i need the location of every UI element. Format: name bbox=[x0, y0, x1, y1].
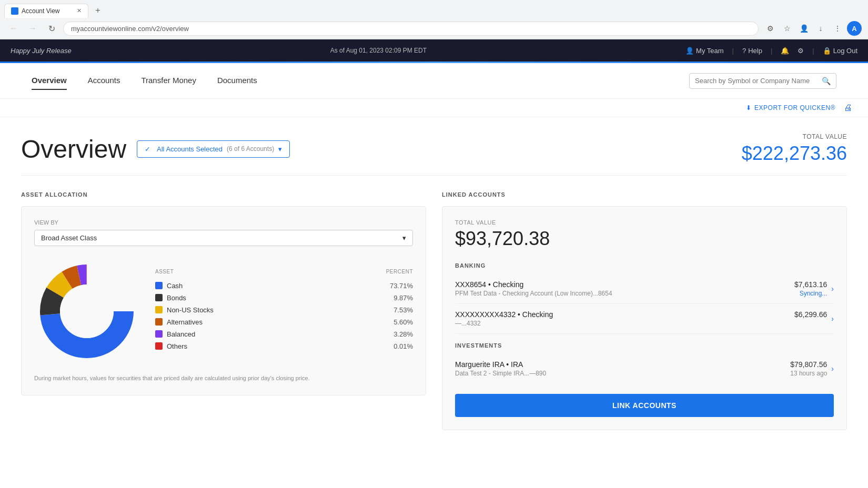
banking-section-label: BANKING bbox=[455, 262, 834, 269]
chevron-right-icon-4332: › bbox=[831, 314, 834, 323]
app-header-nav: 👤 My Team | ? Help | 🔔 ⚙ | 🔒 Log Out bbox=[685, 47, 857, 55]
my-team-link[interactable]: 👤 My Team bbox=[685, 47, 724, 55]
account-value-8654: $7,613.16 bbox=[794, 280, 827, 289]
account-row-checking-4332[interactable]: XXXXXXXXX4332 • Checking —...4332 $6,299… bbox=[455, 304, 834, 334]
divider-1: | bbox=[732, 47, 734, 55]
logout-link[interactable]: 🔒 Log Out bbox=[823, 47, 857, 55]
legend-item-non-us-stocks: Non-US Stocks 7.53% bbox=[155, 306, 413, 314]
accounts-selector-sub: (6 of 6 Accounts) bbox=[227, 145, 274, 152]
cash-percent: 73.71% bbox=[390, 282, 413, 290]
toolbar-icons: ⚙ ☆ 👤 ↓ ⋮ A bbox=[763, 21, 862, 36]
tab-favicon bbox=[11, 7, 18, 15]
account-row-checking-8654[interactable]: XXX8654 • Checking PFM Test Data - Check… bbox=[455, 274, 834, 304]
tab-close-button[interactable]: ✕ bbox=[77, 7, 82, 14]
reload-button[interactable]: ↻ bbox=[44, 21, 59, 36]
new-tab-button[interactable]: + bbox=[90, 3, 105, 18]
main-two-col: ASSET ALLOCATION VIEW BY Broad Asset Cla… bbox=[21, 191, 847, 430]
chevron-down-icon: ▾ bbox=[278, 145, 282, 153]
accounts-selector-label: All Accounts Selected bbox=[157, 145, 223, 153]
account-info-8654: XXX8654 • Checking PFM Test Data - Check… bbox=[455, 280, 794, 297]
url-bar[interactable]: myaccountviewonline.com/v2/overview bbox=[63, 22, 759, 36]
linked-accounts-section: LINKED ACCOUNTS TOTAL VALUE $93,720.38 B… bbox=[442, 191, 847, 430]
alternatives-label: Alternatives bbox=[167, 318, 203, 326]
balanced-label: Balanced bbox=[167, 330, 195, 338]
asset-allocation-heading: ASSET ALLOCATION bbox=[21, 191, 426, 198]
nav-transfer-money[interactable]: Transfer Money bbox=[141, 72, 196, 90]
cash-dot bbox=[155, 282, 163, 289]
extensions-icon[interactable]: ⚙ bbox=[763, 21, 778, 36]
export-bar: ⬇ Export for Quicken® 🖨 bbox=[0, 99, 868, 117]
menu-icon[interactable]: ⋮ bbox=[830, 21, 845, 36]
legend-item-cash: Cash 73.71% bbox=[155, 282, 413, 290]
bonds-percent: 9.87% bbox=[393, 294, 413, 302]
account-right-4332: $6,299.66 bbox=[794, 310, 827, 320]
balanced-percent: 3.28% bbox=[393, 330, 413, 338]
notification-icon[interactable]: 🔔 bbox=[781, 47, 789, 55]
non-us-stocks-percent: 7.53% bbox=[393, 306, 413, 314]
linked-total-value: $93,720.38 bbox=[455, 228, 834, 250]
search-input[interactable] bbox=[695, 77, 819, 85]
chevron-right-icon-ira: › bbox=[831, 364, 834, 373]
balanced-dot bbox=[155, 330, 163, 338]
account-status-8654: Syncing... bbox=[800, 290, 827, 297]
view-by-select[interactable]: Broad Asset Class ▾ bbox=[34, 230, 413, 246]
bookmark-icon[interactable]: ☆ bbox=[780, 21, 794, 36]
view-by-value: Broad Asset Class bbox=[41, 234, 97, 242]
account-name-8654: XXX8654 • Checking bbox=[455, 280, 794, 289]
back-button[interactable]: ← bbox=[6, 21, 21, 36]
chevron-down-icon: ▾ bbox=[402, 234, 406, 242]
my-team-icon: 👤 bbox=[685, 47, 694, 55]
timestamp-label: As of Aug 01, 2023 02:09 PM EDT bbox=[330, 47, 427, 54]
total-value-amount: $222,273.36 bbox=[742, 143, 847, 165]
downloads-icon[interactable]: ↓ bbox=[813, 21, 828, 36]
chart-legend: ASSET PERCENT Cash 73.71% bbox=[155, 269, 413, 354]
nav-links: Overview Accounts Transfer Money Documen… bbox=[32, 72, 257, 90]
chart-note: During market hours, values for securiti… bbox=[34, 374, 413, 382]
export-quicken-button[interactable]: ⬇ Export for Quicken® bbox=[746, 104, 835, 111]
account-row-ira[interactable]: Marguerite IRA • IRA Data Test 2 - Simpl… bbox=[455, 354, 834, 383]
link-accounts-button[interactable]: LINK ACCOUNTS bbox=[455, 394, 834, 417]
chart-legend-container: ASSET PERCENT Cash 73.71% bbox=[34, 259, 413, 364]
nav-accounts[interactable]: Accounts bbox=[88, 72, 120, 90]
cash-label: Cash bbox=[167, 282, 183, 290]
alternatives-percent: 5.60% bbox=[393, 318, 413, 326]
legend-item-bonds: Bonds 9.87% bbox=[155, 294, 413, 302]
account-value-ira: $79,807.56 bbox=[790, 360, 827, 369]
print-button[interactable]: 🖨 bbox=[844, 103, 852, 113]
legend-item-balanced: Balanced 3.28% bbox=[155, 330, 413, 338]
account-right-ira: $79,807.56 13 hours ago bbox=[790, 360, 827, 377]
non-us-stocks-label: Non-US Stocks bbox=[167, 306, 214, 314]
asset-allocation-card: VIEW BY Broad Asset Class ▾ bbox=[21, 206, 426, 395]
help-link[interactable]: ? Help bbox=[742, 47, 762, 55]
forward-button[interactable]: → bbox=[25, 21, 40, 36]
bonds-dot bbox=[155, 294, 163, 301]
download-icon: ⬇ bbox=[746, 104, 752, 111]
account-name-ira: Marguerite IRA • IRA bbox=[455, 360, 790, 369]
account-value-4332: $6,299.66 bbox=[794, 310, 827, 319]
nav-documents[interactable]: Documents bbox=[217, 72, 257, 90]
accounts-selector-dropdown[interactable]: ✓ All Accounts Selected (6 of 6 Accounts… bbox=[137, 140, 290, 158]
legend-header: ASSET PERCENT bbox=[155, 269, 413, 277]
non-us-stocks-dot bbox=[155, 306, 163, 313]
settings-icon[interactable]: ⚙ bbox=[798, 47, 804, 55]
account-name-4332: XXXXXXXXX4332 • Checking bbox=[455, 310, 794, 319]
user-profile-button[interactable]: A bbox=[847, 21, 862, 36]
chevron-right-icon-8654: › bbox=[831, 284, 834, 293]
overview-left: Overview ✓ All Accounts Selected (6 of 6… bbox=[21, 135, 290, 164]
tab-title: Account View bbox=[22, 7, 60, 15]
logout-icon: 🔒 bbox=[823, 47, 831, 55]
legend-asset-header: ASSET bbox=[155, 269, 174, 274]
account-sub-8654: PFM Test Data - Checking Account (Low In… bbox=[455, 290, 794, 297]
overview-right: TOTAL VALUE $222,273.36 bbox=[742, 133, 847, 165]
overview-header: Overview ✓ All Accounts Selected (6 of 6… bbox=[21, 133, 847, 165]
profile-icon[interactable]: 👤 bbox=[796, 21, 811, 36]
browser-tab[interactable]: Account View ✕ bbox=[4, 4, 88, 18]
legend-percent-header: PERCENT bbox=[386, 269, 413, 274]
app-header: Happy July Release As of Aug 01, 2023 02… bbox=[0, 39, 868, 62]
search-box[interactable]: 🔍 bbox=[689, 73, 836, 89]
nav-overview[interactable]: Overview bbox=[32, 72, 67, 90]
divider-2: | bbox=[771, 47, 772, 55]
linked-accounts-card: TOTAL VALUE $93,720.38 BANKING XXX8654 •… bbox=[442, 206, 847, 430]
page-title: Overview bbox=[21, 135, 126, 164]
account-info-ira: Marguerite IRA • IRA Data Test 2 - Simpl… bbox=[455, 360, 790, 377]
